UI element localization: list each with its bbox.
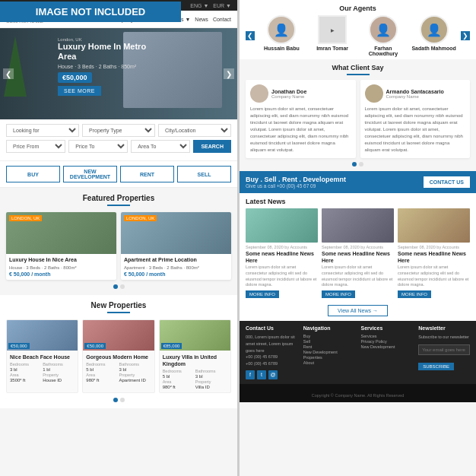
- copyright-text: Copyright © Company Name. All Rights Res…: [312, 393, 404, 398]
- agent-name-2: Imran Tomar: [309, 46, 357, 51]
- footer-nav-about[interactable]: About: [303, 360, 355, 365]
- footer-bottom: Copyright © Company Name. All Rights Res…: [240, 384, 476, 402]
- agent-avatar-3: 👤: [369, 15, 398, 44]
- new-property-cards: €50,000 Nice Beach Face House Bedrooms B…: [6, 319, 231, 393]
- twitter-icon[interactable]: t: [257, 370, 266, 379]
- hero-price: €50,000: [58, 72, 92, 83]
- cta-section: Buy . Sell . Rent . Developemnt Give us …: [240, 171, 476, 193]
- new-dev-button[interactable]: NEW DEVELOPMENT: [63, 166, 117, 182]
- agents-row: ❮ 👤 Hussain Babu ▶ Imran Tomar 👤 F: [246, 15, 470, 56]
- hero-section: ❮ London, UK Luxury Home In Metro Area H…: [0, 28, 237, 119]
- property-specs-2: Apartment · 3 Beds · 2 Baths · 800m²: [124, 265, 228, 270]
- footer-newdev-link[interactable]: New Development: [361, 344, 413, 349]
- featured-title: Featured Properties: [6, 194, 231, 202]
- new-prop-name-2: Gorgeous Modern Home: [86, 354, 151, 360]
- buy-button[interactable]: BUY: [6, 166, 60, 182]
- cta-title: Buy . Sell . Rent . Developemnt: [246, 176, 346, 183]
- testimonial-card-2: Armando Santacasario Company Name Lorem …: [360, 80, 471, 158]
- news-card-1: September 08, 2020 by Accounts Some news…: [246, 208, 318, 298]
- testimonial-cards: Jonathan Doe Company Name Lorem ipsum do…: [246, 80, 470, 158]
- footer-social: f t @: [246, 370, 297, 379]
- property-img-2: LONDON, UK: [121, 212, 231, 254]
- nav-contact[interactable]: Contact: [213, 17, 231, 22]
- testimonial-text-2: Lorem ipsum dolor sit amet, consectetuer…: [365, 106, 466, 154]
- agents-cards: 👤 Hussain Babu ▶ Imran Tomar 👤 Farhan Ch…: [258, 15, 458, 56]
- hero-see-more-button[interactable]: SEE MORE: [58, 86, 101, 96]
- dot-inactive: [120, 284, 125, 289]
- agent-name-1: Hussain Babu: [258, 46, 306, 51]
- testimonial-avatar-2: [365, 84, 383, 103]
- test-dot-inactive: [359, 162, 363, 167]
- footer-nav-props[interactable]: Properties: [303, 355, 355, 360]
- new-props-dots: [6, 398, 231, 402]
- price-to-select[interactable]: Price To: [68, 140, 128, 153]
- view-all-button[interactable]: View All News →: [328, 305, 388, 316]
- footer-columns: Contact Us 000, Lorem ipsum dolor sit am…: [246, 325, 470, 379]
- agents-prev-button[interactable]: ❮: [246, 31, 255, 40]
- footer-nav-col: Navigation Buy Sell Rent New Development…: [303, 325, 355, 379]
- subscribe-button[interactable]: SUBSCRIBE: [418, 363, 454, 370]
- property-type-select[interactable]: Property Type: [82, 124, 155, 137]
- footer-nav-newdev[interactable]: New Development: [303, 350, 355, 354]
- news-text-2: Lorem ipsum dolor sit amet consectetur a…: [322, 265, 394, 288]
- beds-label-1: Bedrooms: [10, 362, 42, 367]
- footer-phone2: +00 (00) 45 6789: [246, 360, 297, 367]
- testimonial-card-1: Jonathan Doe Company Name Lorem ipsum do…: [246, 80, 356, 158]
- nav-news[interactable]: News: [195, 17, 208, 22]
- news-img-3: [398, 208, 470, 243]
- new-prop-name-1: Nice Beach Face House: [10, 354, 75, 360]
- search-button[interactable]: SEARCH: [193, 140, 231, 153]
- testimonial-dots: [246, 162, 470, 167]
- newsletter-email-input[interactable]: [418, 344, 470, 355]
- beds-val-1: 3 bl: [10, 367, 42, 372]
- news-img-1: [246, 208, 318, 243]
- dot-active: [113, 284, 118, 289]
- property-tag-1: LONDON, UK: [9, 215, 42, 221]
- cta-contact-button[interactable]: CONTACT US: [424, 176, 470, 188]
- featured-section: Featured Properties LONDON, UK Luxury Ho…: [0, 188, 237, 294]
- cta-subtitle: Give us a call +00 (00) 45 67 09: [246, 183, 346, 189]
- sell-button[interactable]: SELL: [177, 166, 231, 182]
- footer-services-title: Services: [361, 325, 413, 331]
- hero-prev-button[interactable]: ❮: [3, 68, 14, 79]
- area-select[interactable]: Area To: [131, 140, 190, 153]
- footer-nav-sell[interactable]: Sell: [303, 339, 355, 344]
- new-dot-inactive: [120, 398, 125, 402]
- news-img-2: [322, 208, 394, 243]
- new-prop-card-2: €50,000 Gorgeous Modern Home Bedrooms Ba…: [82, 319, 154, 393]
- footer-nav-buy[interactable]: Buy: [303, 334, 355, 338]
- new-prop-img-1: €50,000: [7, 320, 78, 351]
- property-img-1: LONDON, UK: [6, 212, 116, 254]
- currency-selector[interactable]: EUR ▼: [213, 3, 231, 8]
- news-headline-1: Some news Headline News Here: [246, 250, 318, 264]
- footer-contact-title: Contact Us: [246, 325, 297, 331]
- facebook-icon[interactable]: f: [246, 370, 255, 379]
- news-more-btn-3[interactable]: MORE INFO: [398, 290, 431, 298]
- footer-services-link[interactable]: Services: [361, 334, 413, 338]
- city-select[interactable]: City/Location: [158, 124, 231, 137]
- lang-selector[interactable]: ENG ▼: [190, 3, 208, 8]
- news-text-3: Lorem ipsum dolor sit amet consectetur a…: [398, 265, 470, 288]
- footer-address: 000, Lorem ipsum dolor sit amet street, …: [246, 334, 297, 354]
- looking-for-select[interactable]: Looking for: [6, 124, 79, 137]
- price-from-select[interactable]: Price From: [6, 140, 65, 153]
- hero-next-button[interactable]: ❯: [224, 68, 234, 79]
- property-tag-2: LONDON, UK: [124, 215, 157, 221]
- property-card-1: LONDON, UK Luxury House In Nice Area Hou…: [6, 212, 116, 279]
- view-all-container: View All News →: [246, 302, 470, 316]
- footer-nav-rent[interactable]: Rent: [303, 344, 355, 349]
- test-dot-active: [352, 162, 357, 167]
- baths-label-1: Bathrooms: [43, 362, 75, 367]
- search-bar: Looking for Property Type City/Location …: [0, 119, 237, 161]
- footer-privacy-link[interactable]: Privacy Policy: [361, 339, 413, 344]
- email-icon[interactable]: @: [268, 370, 278, 379]
- new-prop-price-3: €85,000: [161, 343, 182, 349]
- rent-button[interactable]: RENT: [120, 166, 174, 182]
- news-more-btn-2[interactable]: MORE INFO: [322, 290, 355, 298]
- property-price-1: € 50,000 / month: [9, 271, 113, 277]
- footer-newsletter-col: Newsletter Subscribe to our newsletter S…: [418, 325, 470, 379]
- testimonial-company-2: Company Name: [386, 94, 444, 99]
- news-more-btn-1[interactable]: MORE INFO: [246, 290, 279, 298]
- agents-next-button[interactable]: ❯: [461, 31, 470, 40]
- footer: Contact Us 000, Lorem ipsum dolor sit am…: [240, 321, 476, 384]
